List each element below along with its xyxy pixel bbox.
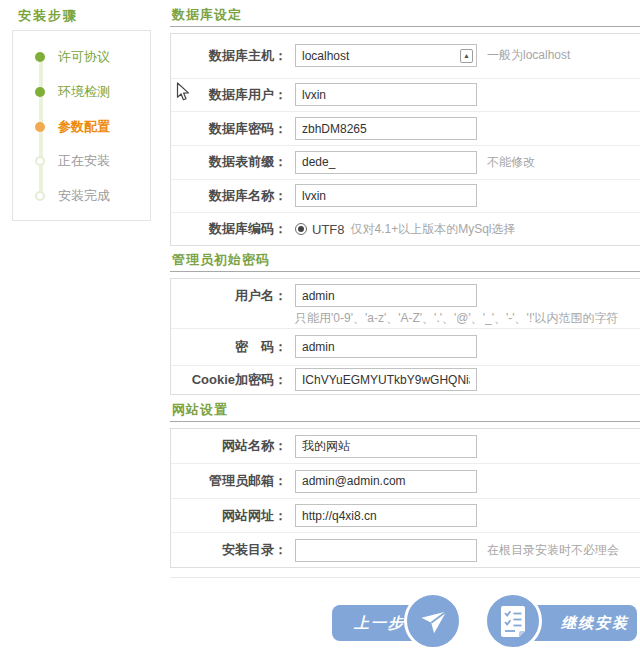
site-url-input[interactable] [295, 504, 477, 527]
form-row-table-prefix: 数据表前缀： 不能修改 [171, 145, 640, 179]
field-label: 数据库编码： [171, 217, 287, 241]
admin-email-input[interactable] [295, 470, 477, 493]
field-label: Cookie加密码： [171, 368, 287, 392]
field-hint: 在根目录安装时不必理会 [487, 542, 619, 559]
step-dot-installing [35, 156, 45, 166]
admin-password-box: 用户名： 只能用'0-9'、'a-z'、'A-Z'、'.'、'@'、'_'、'-… [170, 278, 640, 395]
field-hint: 不能修改 [487, 154, 535, 171]
step-dot-finish [35, 191, 45, 201]
field-label: 数据表前缀： [171, 150, 287, 174]
mouse-cursor-icon [176, 82, 190, 106]
form-row-db-name: 数据库名称： [171, 179, 640, 213]
field-label: 数据库密码： [171, 117, 287, 141]
admin-username-input[interactable] [295, 284, 477, 307]
site-settings-box: 网站名称： 管理员邮箱： 网站网址： 安装目录： 在根目录安装时不必理会 [170, 428, 640, 568]
form-row-cookie-secret: Cookie加密码： [171, 365, 640, 394]
section-underline [170, 271, 640, 272]
form-row-db-host: 数据库主机： ▲ 一般为localhost [171, 34, 640, 78]
form-row-db-charset: 数据库编码： UTF8 仅对4.1+以上版本的MySql选择 [171, 212, 640, 245]
step-dot-config [35, 122, 45, 132]
db-name-input[interactable] [295, 184, 477, 207]
field-label: 网站网址： [171, 504, 287, 528]
field-label: 管理员邮箱： [171, 469, 287, 493]
section-title-database: 数据库设定 [172, 6, 242, 24]
field-label: 安装目录： [171, 538, 287, 562]
sidebar-item-config: 参数配置 [58, 118, 110, 136]
sidebar-item-finish: 安装完成 [58, 187, 110, 205]
database-settings-box: 数据库主机： ▲ 一般为localhost 数据库用户： 数据库密码： 数据表前… [170, 33, 640, 246]
db-user-input[interactable] [295, 83, 477, 106]
utf8-radio[interactable] [295, 223, 307, 235]
field-label: 用户名： [171, 284, 287, 308]
site-name-input[interactable] [295, 435, 477, 458]
section-title-site: 网站设置 [172, 401, 228, 419]
field-label: 数据库主机： [171, 44, 287, 68]
field-hint: 只能用'0-9'、'a-z'、'A-Z'、'.'、'@'、'_'、'-'、'!'… [295, 310, 619, 327]
form-row-password: 密 码： [171, 328, 640, 364]
field-label: 网站名称： [171, 434, 287, 458]
form-row-username: 用户名： 只能用'0-9'、'a-z'、'A-Z'、'.'、'@'、'_'、'-… [171, 279, 640, 328]
install-dir-input[interactable] [295, 539, 477, 562]
field-label: 密 码： [171, 335, 287, 359]
db-password-input[interactable] [295, 117, 477, 140]
section-title-admin: 管理员初始密码 [172, 251, 270, 269]
install-wizard-page: 安装步骤 许可协议 环境检测 参数配置 正在安装 安装完成 数据库设定 数据库主… [0, 0, 640, 653]
form-row-db-user: 数据库用户： [171, 78, 640, 112]
form-row-db-password: 数据库密码： [171, 111, 640, 145]
footer-divider [170, 577, 640, 578]
paper-plane-icon[interactable] [404, 592, 462, 650]
form-row-site-name: 网站名称： [171, 429, 640, 463]
sidebar-item-license: 许可协议 [58, 48, 110, 66]
step-dot-license [35, 52, 45, 62]
sidebar-item-env: 环境检测 [58, 83, 110, 101]
sidebar-title: 安装步骤 [18, 7, 78, 25]
radio-label: UTF8 [312, 222, 345, 237]
section-underline [170, 26, 640, 27]
field-label: 数据库名称： [171, 184, 287, 208]
cookie-secret-input[interactable] [295, 368, 477, 391]
form-row-admin-email: 管理员邮箱： [171, 463, 640, 498]
prev-step-label: 上一步 [354, 614, 405, 633]
autofill-dropdown-icon[interactable]: ▲ [460, 49, 473, 63]
section-underline [170, 421, 640, 422]
form-row-install-dir: 安装目录： 在根目录安装时不必理会 [171, 532, 640, 567]
admin-password-input[interactable] [295, 335, 477, 358]
step-dot-env [35, 87, 45, 97]
table-prefix-input[interactable] [295, 151, 477, 174]
checklist-icon[interactable] [484, 592, 542, 650]
db-host-input[interactable] [295, 44, 477, 67]
continue-install-label: 继续安装 [561, 614, 629, 633]
sidebar-item-installing: 正在安装 [58, 152, 110, 170]
field-hint: 一般为localhost [487, 47, 570, 64]
form-row-site-url: 网站网址： [171, 498, 640, 533]
field-hint: 仅对4.1+以上版本的MySql选择 [351, 221, 516, 238]
